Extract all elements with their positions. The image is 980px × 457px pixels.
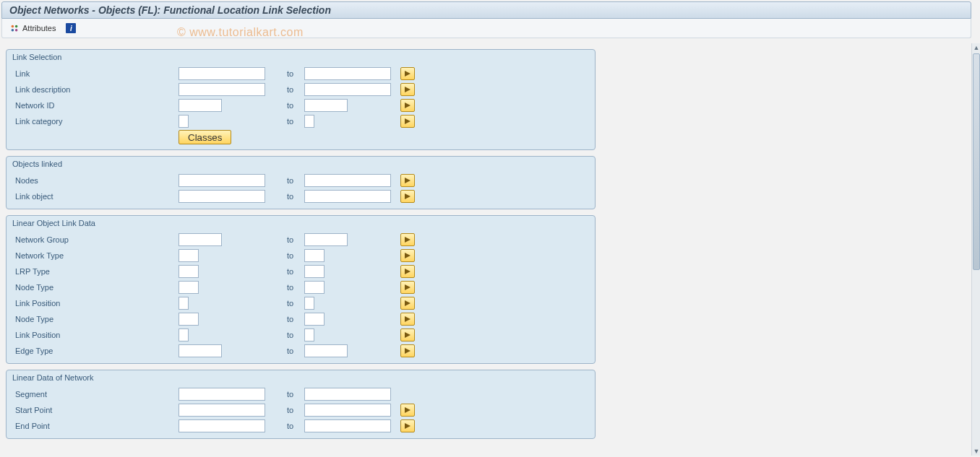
node-type-from-input[interactable] <box>179 281 199 294</box>
link-from-input[interactable] <box>179 67 265 80</box>
to-label: to <box>265 176 304 185</box>
nodes-to-input[interactable] <box>304 174 391 187</box>
to-label: to <box>265 331 304 339</box>
multiple-selection-button[interactable] <box>400 83 415 96</box>
multiple-selection-button[interactable] <box>400 233 415 246</box>
link-to-input[interactable] <box>304 67 391 80</box>
link-desc-from-input[interactable] <box>179 83 265 96</box>
to-label: to <box>265 267 304 276</box>
scroll-thumb[interactable] <box>973 53 980 270</box>
attributes-icon <box>9 23 20 33</box>
label: End Point <box>12 422 179 430</box>
row-network-type: Network Type to <box>7 248 595 264</box>
link-desc-to-input[interactable] <box>304 83 391 96</box>
edge-type-from-input[interactable] <box>179 344 222 357</box>
lrp-type-from-input[interactable] <box>179 265 199 278</box>
to-label: to <box>265 406 304 414</box>
label: Link category <box>12 117 179 126</box>
link-category-from-input[interactable] <box>179 115 189 128</box>
link-position-from-input[interactable] <box>179 297 189 310</box>
label: Link Position <box>12 299 179 308</box>
node-type-to-input[interactable] <box>304 281 324 294</box>
end-point-from-input[interactable] <box>179 419 265 432</box>
link-category-to-input[interactable] <box>304 115 314 128</box>
scroll-down-arrow-icon[interactable]: ▼ <box>972 447 980 456</box>
row-link-position: Link Position to <box>7 295 595 311</box>
multiple-selection-button[interactable] <box>400 190 415 203</box>
info-button[interactable]: i <box>63 22 79 35</box>
row-network-group: Network Group to <box>7 232 595 248</box>
network-group-from-input[interactable] <box>179 233 222 246</box>
multiple-selection-button[interactable] <box>400 174 415 187</box>
node-type2-to-input[interactable] <box>304 313 324 326</box>
group-title: Link Selection <box>7 50 595 66</box>
multiple-selection-button[interactable] <box>400 419 415 432</box>
row-classes-button: Classes <box>7 129 595 145</box>
multiple-selection-button[interactable] <box>400 249 415 262</box>
group-link-selection: Link Selection Link to Link description … <box>6 49 596 150</box>
label: Network ID <box>12 101 179 110</box>
start-point-to-input[interactable] <box>304 404 391 417</box>
network-group-to-input[interactable] <box>304 233 348 246</box>
label: Network Group <box>12 235 179 244</box>
label: Link description <box>12 85 179 94</box>
attributes-button[interactable]: Attributes <box>7 22 59 35</box>
row-end-point: End Point to <box>7 418 595 434</box>
nodes-from-input[interactable] <box>179 174 265 187</box>
multiple-selection-button[interactable] <box>400 297 415 310</box>
row-lrp-type: LRP Type to <box>7 264 595 279</box>
attributes-label: Attributes <box>22 24 56 32</box>
link-position2-to-input[interactable] <box>304 328 314 341</box>
multiple-selection-button[interactable] <box>400 67 415 80</box>
link-position2-from-input[interactable] <box>179 328 189 341</box>
group-title: Linear Data of Network <box>7 370 595 386</box>
to-label: to <box>265 315 304 323</box>
to-label: to <box>265 251 304 260</box>
multiple-selection-button[interactable] <box>400 115 415 128</box>
classes-button[interactable]: Classes <box>179 130 231 144</box>
to-label: to <box>265 299 304 308</box>
lrp-type-to-input[interactable] <box>304 265 324 278</box>
row-node-type-2: Node Type to <box>7 311 595 327</box>
svg-point-1 <box>15 25 18 28</box>
multiple-selection-button[interactable] <box>400 313 415 326</box>
link-position-to-input[interactable] <box>304 297 314 310</box>
multiple-selection-button[interactable] <box>400 265 415 278</box>
to-label: to <box>265 192 304 201</box>
multiple-selection-button[interactable] <box>400 344 415 357</box>
multiple-selection-button[interactable] <box>400 281 415 294</box>
edge-type-to-input[interactable] <box>304 344 348 357</box>
network-id-from-input[interactable] <box>179 99 222 112</box>
row-link-object: Link object to <box>7 188 595 204</box>
start-point-from-input[interactable] <box>179 404 265 417</box>
to-label: to <box>265 117 304 126</box>
row-segment: Segment to <box>7 386 595 402</box>
scroll-up-arrow-icon[interactable]: ▲ <box>972 43 980 52</box>
link-object-to-input[interactable] <box>304 190 391 203</box>
node-type2-from-input[interactable] <box>179 313 199 326</box>
multiple-selection-button[interactable] <box>400 99 415 112</box>
to-label: to <box>265 235 304 244</box>
end-point-to-input[interactable] <box>304 419 391 432</box>
network-id-to-input[interactable] <box>304 99 348 112</box>
network-type-to-input[interactable] <box>304 249 324 262</box>
label: Start Point <box>12 406 179 414</box>
multiple-selection-button[interactable] <box>400 404 415 417</box>
to-label: to <box>265 347 304 355</box>
label: Node Type <box>12 315 179 323</box>
link-object-from-input[interactable] <box>179 190 265 203</box>
multiple-selection-button[interactable] <box>400 328 415 341</box>
row-link: Link to <box>7 66 595 82</box>
network-type-from-input[interactable] <box>179 249 199 262</box>
segment-to-input[interactable] <box>304 388 391 401</box>
svg-point-3 <box>15 29 18 32</box>
svg-point-0 <box>12 25 14 28</box>
content-area: Link Selection Link to Link description … <box>1 43 971 456</box>
group-linear-object-link-data: Linear Object Link Data Network Group to… <box>6 215 596 364</box>
vertical-scrollbar[interactable]: ▲ ▼ <box>971 43 980 456</box>
segment-from-input[interactable] <box>179 388 265 401</box>
row-network-id: Network ID to <box>7 97 595 113</box>
label: Network Type <box>12 251 179 260</box>
label: Node Type <box>12 283 179 292</box>
to-label: to <box>265 101 304 110</box>
